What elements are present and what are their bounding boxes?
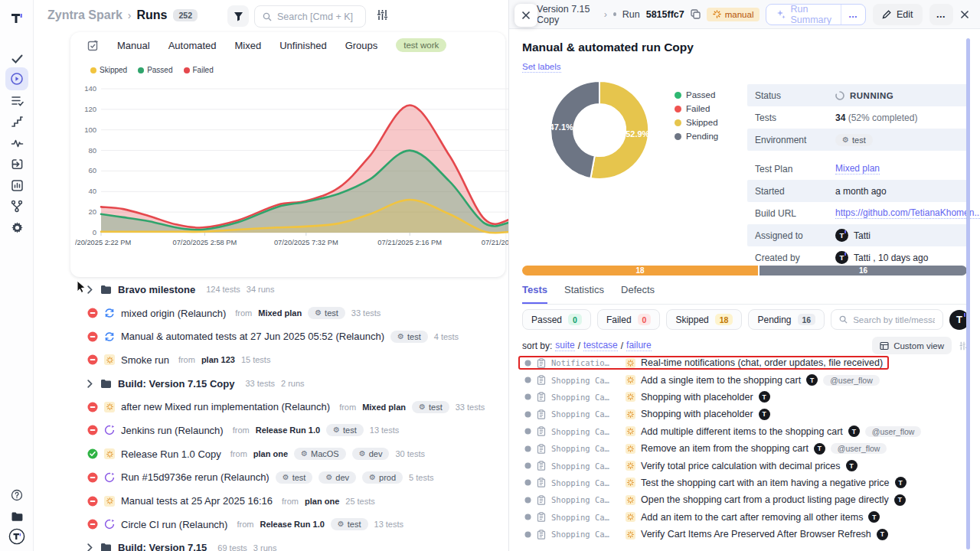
run-title[interactable]: mixed origin (Relaunch) [121,308,226,319]
run-title[interactable]: Circle CI run (Relaunch) [121,519,227,530]
tab-tests[interactable]: Tests [522,284,547,304]
folder-title[interactable]: Bravo milestone [118,284,195,295]
run-plan-link[interactable]: plan 123 [201,355,235,364]
filter-pill-skipped[interactable]: Skipped18 [666,309,742,330]
more-actions-button[interactable]: … [929,4,954,25]
run-plan-link[interactable]: plan one [305,497,339,506]
run-plan-link[interactable]: Mixed plan [258,308,302,318]
folder-title[interactable]: Build: Version 7.15 [118,542,207,551]
env-badge-test[interactable]: ⚙test [331,518,368,530]
run-folder-row[interactable]: Bravo milestone124 tests34 runs [70,278,505,302]
env-badge-test[interactable]: ⚙test [412,401,449,413]
breadcrumb-folder[interactable]: Version 7.15 Copy [537,4,598,25]
env-badge-test[interactable]: ⚙test [326,424,364,436]
run-row[interactable]: Release Run 1.0 Copyfromplan one⚙MacOS⚙d… [70,442,505,466]
test-content[interactable]: Shopping Ca…Open the shopping cart from … [518,493,912,507]
run-filter-manual[interactable]: Manual [117,40,150,51]
highlighted-test[interactable]: Notificatio…Real-time notifications (cha… [518,356,889,370]
search-input[interactable] [277,11,361,22]
test-title[interactable]: Add multiple different items to the shop… [641,426,843,437]
test-content[interactable]: Shopping Ca…Add an item to the cart afte… [518,510,886,524]
run-filter-groups[interactable]: Groups [345,40,378,51]
folder-title[interactable]: Build: Version 7.15 Copy [118,378,234,390]
runs-icon[interactable] [5,67,28,90]
run-title[interactable]: after new Mixed run implementation (Rela… [121,401,330,412]
test-title[interactable]: Shopping with placeholder [641,392,753,403]
test-content[interactable]: Shopping Ca…Add multiple different items… [518,424,927,439]
label-filter-badge[interactable]: test work [396,38,446,52]
test-plan-link[interactable]: Mixed plan [835,163,880,174]
main-search[interactable] [254,5,366,28]
run-summary-more-button[interactable]: … [841,5,865,24]
test-content[interactable]: Shopping Ca…Add a single item to the sho… [518,373,886,387]
run-title[interactable]: Manual & automated tests at 27 Jun 2025 … [121,331,384,342]
env-badge-test[interactable]: ⚙test [276,471,313,484]
run-summary-button[interactable]: Run Summary [766,5,840,24]
scrollbar[interactable] [966,38,970,549]
avatar-logo-icon[interactable] [5,525,28,548]
test-row[interactable]: Shopping Ca…Add an item to the cart afte… [518,509,968,526]
stairs-icon[interactable] [5,110,28,133]
report-icon[interactable] [5,174,28,197]
test-title[interactable]: Add an item to the cart after removing a… [641,512,863,523]
import-icon[interactable] [5,152,28,175]
test-tag[interactable]: @user_flow [823,375,880,386]
run-folder-row[interactable]: Build: Version 7.15 Copy33 tests2 runs [70,372,505,396]
test-content[interactable]: Shopping Ca…Remove an item from the shop… [518,442,893,456]
check-icon[interactable] [5,47,28,70]
sort-by-failure[interactable]: failure [626,340,652,351]
test-content[interactable]: Shopping Ca…Verify total price calculati… [518,458,864,473]
close-detail-button[interactable] [960,10,969,19]
edit-button[interactable]: Edit [873,4,923,25]
build-url-link[interactable]: https://github.com/TetianaKhomen... [835,207,980,219]
run-folder-row[interactable]: Build: Version 7.1569 tests3 runs [70,536,505,551]
run-plan-link[interactable]: Mixed plan [362,403,406,412]
breadcrumb-section[interactable]: Runs [136,8,167,22]
test-content[interactable]: Shopping Ca…Shopping with placeholderT [518,407,776,422]
list-check-icon[interactable] [5,89,28,112]
run-title[interactable]: Jenkins run (Relaunch) [121,425,224,436]
filter-button[interactable] [227,5,249,27]
run-title[interactable]: Smoke run [121,354,169,366]
test-content[interactable]: Shopping Ca…Shopping with placeholderT [518,390,776,404]
run-title[interactable]: Release Run 1.0 Copy [121,448,221,460]
chevron-right-icon[interactable] [87,380,93,388]
env-badge-test[interactable]: ⚙test [308,307,345,319]
set-labels-link[interactable]: Set labels [522,62,561,73]
help-icon[interactable] [5,484,28,507]
test-title[interactable]: Open the shopping cart from a product li… [641,494,889,505]
run-title[interactable]: Run #15d9736e rerun (Relaunch) [121,471,270,483]
run-row[interactable]: Manual tests at 25 Apr 2025 16:16frompla… [70,489,505,513]
run-filter-mixed[interactable]: Mixed [235,40,262,51]
sort-by-suite[interactable]: suite [555,340,574,351]
test-row[interactable]: Shopping Ca…Add multiple different items… [518,423,968,440]
chevron-right-icon[interactable] [87,285,93,294]
test-title[interactable]: Test the shopping cart with an item havi… [641,478,890,488]
custom-view-button[interactable]: Custom view [872,337,952,354]
run-filter-unfinished[interactable]: Unfinished [279,40,326,51]
run-row[interactable]: Run #15d9736e rerun (Relaunch)⚙test⚙dev⚙… [70,466,505,490]
run-plan-link[interactable]: Release Run 1.0 [260,520,324,529]
filter-pill-pending[interactable]: Pending16 [748,309,825,330]
test-row[interactable]: Shopping Ca…Test the shopping cart with … [518,474,968,491]
test-title[interactable]: Verify Cart Items Are Preserved After Br… [641,529,871,540]
test-content[interactable]: Shopping Ca…Test the shopping cart with … [518,475,913,490]
test-row[interactable]: Shopping Ca…Shopping with placeholderT [518,389,968,406]
test-row[interactable]: Notificatio…Real-time notifications (cha… [518,354,968,371]
copy-icon[interactable] [691,9,701,19]
run-filter-automated[interactable]: Automated [168,40,217,51]
run-row[interactable]: Smoke runfromplan 12315 tests [70,348,505,372]
test-tag[interactable]: @user_flow [865,426,922,437]
close-panel-button[interactable] [514,4,537,27]
test-row[interactable]: Shopping Ca…Verify total price calculati… [518,457,968,474]
run-plan-link[interactable]: Release Run 1.0 [256,425,320,435]
gear-icon[interactable] [5,216,28,239]
tab-statistics[interactable]: Statistics [564,284,604,304]
test-row[interactable]: Shopping Ca…Remove an item from the shop… [518,440,968,457]
sort-by-testcase[interactable]: testcase [583,340,618,351]
select-runs-icon[interactable] [87,40,99,51]
env-badge-dev[interactable]: ⚙dev [318,471,356,484]
test-row[interactable]: Shopping Ca…Open the shopping cart from … [518,491,968,508]
test-title[interactable]: Add a single item to the shopping cart [641,375,801,386]
run-title[interactable]: Manual tests at 25 Apr 2025 16:16 [121,495,273,507]
